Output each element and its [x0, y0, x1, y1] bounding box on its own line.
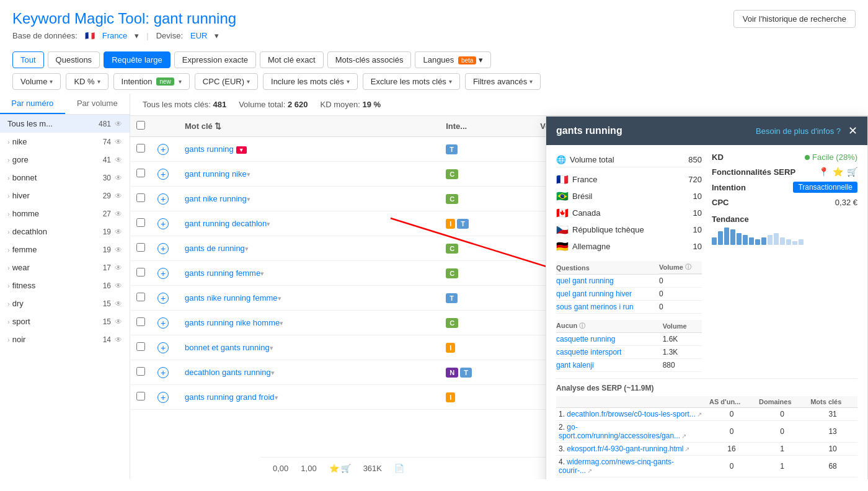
row-checkbox[interactable] [136, 218, 145, 227]
help-link[interactable]: Besoin de plus d'infos ? [756, 126, 841, 136]
sidebar-tab-volume[interactable]: Par volume [65, 94, 130, 114]
keyword-link[interactable]: gants running nike homme [185, 318, 280, 327]
tab-languages[interactable]: Langues beta ▾ [415, 51, 491, 68]
keyword-link[interactable]: gants running femme [185, 268, 260, 278]
serp-domain-link[interactable]: decathlon.fr/browse/c0-tous-les-sport... [567, 410, 695, 418]
keyword-dropdown[interactable]: ▾ [245, 245, 249, 252]
keyword-link[interactable]: gant running decathlon [185, 219, 267, 228]
aucun-info-icon[interactable]: ⓘ [579, 322, 585, 329]
currency-link[interactable]: EUR [190, 31, 207, 40]
filter-cpc[interactable]: CPC (EUR) ▾ [195, 73, 258, 90]
add-keyword-button[interactable]: + [157, 293, 169, 304]
row-checkbox[interactable] [136, 317, 145, 326]
tab-exact2[interactable]: Mot clé exact [260, 51, 324, 68]
history-button[interactable]: Voir l'historique de recherche [733, 10, 856, 28]
keyword-link[interactable]: gants nike running femme [185, 293, 278, 303]
col-keyword[interactable]: Mot clé ⇅ [179, 116, 440, 137]
keyword-dropdown[interactable]: ▾ [260, 270, 264, 277]
keyword-dropdown[interactable]: ▾ [280, 319, 283, 327]
filter-advanced[interactable]: Filtres avancés ▾ [465, 73, 541, 90]
add-keyword-button[interactable]: + [157, 367, 169, 378]
sidebar-item-wear[interactable]: › wear 17 👁 [0, 259, 130, 276]
serp-domains: 0 [756, 421, 808, 443]
row-checkbox[interactable] [136, 268, 145, 276]
sidebar-item-hiver[interactable]: › hiver 29 👁 [0, 187, 130, 205]
sidebar-item-nike[interactable]: › nike 74 👁 [0, 133, 130, 151]
popup-close-button[interactable]: ✕ [848, 124, 857, 138]
database-link[interactable]: France [102, 31, 127, 40]
keyword-dropdown[interactable]: ▾ [278, 294, 281, 302]
add-keyword-button[interactable]: + [157, 193, 169, 205]
add-keyword-button[interactable]: + [157, 169, 169, 180]
add-keyword-button[interactable]: + [157, 268, 169, 279]
question-link[interactable]: quel gant running [556, 276, 614, 285]
keyword-link[interactable]: gant nike running [185, 194, 247, 203]
row-checkbox[interactable] [136, 193, 145, 202]
filter-include[interactable]: Inclure les mots clés ▾ [263, 73, 358, 90]
keyword-dropdown[interactable]: ▾ [247, 195, 250, 203]
col-intent[interactable]: Inte... [440, 116, 534, 137]
row-checkbox[interactable] [136, 342, 145, 351]
keyword-link[interactable]: gants running grand froid [185, 392, 275, 402]
keyword-link[interactable]: bonnet et gants running [185, 343, 270, 352]
filter-intention[interactable]: Intention new ▾ [113, 73, 190, 90]
add-keyword-button[interactable]: + [157, 218, 169, 229]
keyword-dropdown[interactable]: ▼ [236, 146, 247, 154]
row-checkbox[interactable] [136, 367, 145, 376]
sidebar-item-bonnet[interactable]: › bonnet 30 👁 [0, 169, 130, 187]
sidebar-item-gore[interactable]: › gore 41 👁 [0, 151, 130, 169]
tab-exact[interactable]: Expression exacte [174, 51, 256, 68]
tab-all[interactable]: Tout [12, 51, 44, 68]
serp-keywords: 13 [808, 421, 857, 443]
select-all-checkbox[interactable] [136, 121, 145, 130]
country-volume: 10 [693, 208, 702, 218]
tab-questions[interactable]: Questions [48, 51, 100, 68]
questions-info-icon[interactable]: ⓘ [685, 263, 691, 272]
question-link[interactable]: quel gant running hiver [556, 290, 632, 298]
sidebar-item-all[interactable]: Tous les m... 481 👁 [0, 115, 130, 133]
sidebar-item-femme[interactable]: › femme 19 👁 [0, 241, 130, 259]
filter-exclude[interactable]: Exclure les mots clés ▾ [363, 73, 460, 90]
keyword-dropdown[interactable]: ▾ [267, 220, 270, 228]
add-keyword-button[interactable]: + [157, 392, 169, 403]
row-checkbox[interactable] [136, 169, 145, 177]
keyword-dropdown[interactable]: ▾ [271, 369, 275, 376]
keyword-dropdown[interactable]: ▾ [275, 394, 278, 401]
keyword-link[interactable]: decathlon gants running [185, 368, 271, 377]
keyword-link[interactable]: gants running [185, 144, 234, 154]
serp-domain-link[interactable]: ekosport.fr/4-930-gant-running.html [567, 445, 683, 453]
sidebar-item-sport[interactable]: › sport 15 👁 [0, 312, 130, 330]
aucun-row: casquette running1.6K [556, 333, 702, 346]
row-checkbox[interactable] [136, 392, 145, 400]
sidebar-item-fitness[interactable]: › fitness 16 👁 [0, 276, 130, 294]
keyword-link[interactable]: gants de running [185, 244, 245, 253]
serp-keywords: 10 [808, 443, 857, 456]
filter-volume[interactable]: Volume ▾ [12, 73, 61, 90]
question-link[interactable]: sous gant merinos i run [556, 303, 634, 311]
row-checkbox[interactable] [136, 243, 145, 252]
sidebar-item-noir[interactable]: › noir 14 👁 [0, 330, 130, 348]
row-checkbox[interactable] [136, 293, 145, 301]
keyword-link[interactable]: gant running nike [185, 169, 247, 179]
aucun-link[interactable]: casquette intersport [556, 348, 621, 356]
keyword-dropdown[interactable]: ▾ [270, 344, 273, 352]
add-keyword-button[interactable]: + [157, 243, 169, 254]
sidebar-item-homme[interactable]: › homme 27 👁 [0, 205, 130, 223]
serp-domain-link[interactable]: widermag.com/news-cinq-gants-courir-... [559, 458, 674, 475]
add-keyword-button[interactable]: + [157, 342, 169, 353]
eye-icon: 👁 [115, 228, 122, 236]
sidebar-tab-number[interactable]: Par numéro [0, 94, 65, 114]
tab-broad[interactable]: Requête large [104, 51, 170, 68]
filter-kd[interactable]: KD % ▾ [66, 73, 108, 90]
eye-icon: 👁 [115, 263, 122, 272]
tab-associated[interactable]: Mots-clés associés [327, 51, 412, 68]
row-checkbox[interactable] [136, 144, 145, 153]
sidebar-item-decathlon[interactable]: › decathlon 19 👁 [0, 223, 130, 241]
sidebar-item-dry[interactable]: › dry 15 👁 [0, 294, 130, 312]
aucun-link[interactable]: casquette running [556, 335, 615, 343]
add-keyword-button[interactable]: + [157, 317, 169, 329]
aucun-link[interactable]: gant kalenji [556, 361, 594, 369]
add-keyword-button[interactable]: + [157, 144, 169, 155]
serp-domain-link[interactable]: go-sport.com/running/accessoires/gan... [559, 423, 680, 440]
keyword-dropdown[interactable]: ▾ [247, 170, 250, 178]
